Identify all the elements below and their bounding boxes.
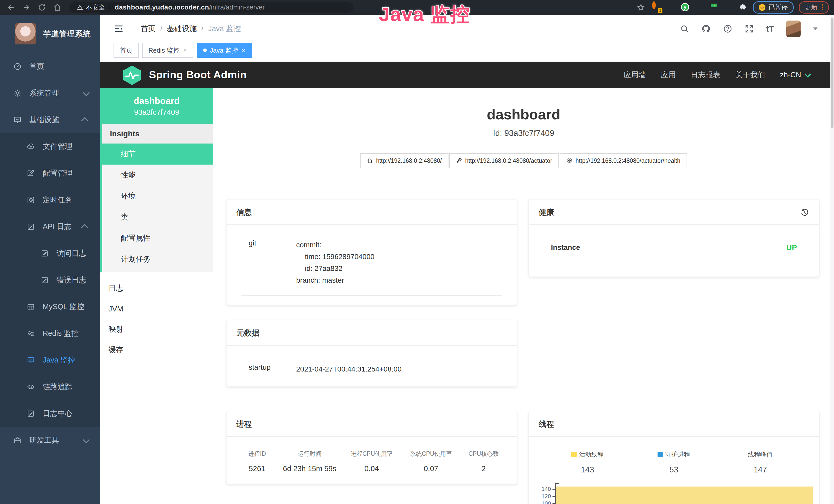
instance-header[interactable]: dashboard 93a3fc7f7409 [100, 88, 213, 124]
sidebar-item-dev-tools[interactable]: 研发工具 [0, 427, 100, 454]
git-commit-line: commit: [296, 239, 374, 251]
page-scrollbar[interactable] [830, 15, 834, 504]
extension-pin-icon[interactable] [666, 3, 675, 12]
browser-back-icon[interactable] [7, 3, 16, 12]
tab-close-icon[interactable] [183, 48, 187, 53]
address-bar[interactable]: 不安全 dashboard.yudao.iocoder.cn /infra/ad… [69, 2, 353, 13]
sidebar-item-file-management[interactable]: 文件管理 [0, 133, 100, 160]
log-icon [27, 410, 35, 418]
extension-puzzle-icon[interactable] [739, 3, 747, 12]
sba-nav-journal[interactable]: 日志报表 [691, 70, 721, 80]
health-history-icon[interactable] [800, 208, 809, 217]
sidebar-item-error-logs[interactable]: 错误日志 [0, 267, 100, 294]
sidebar-item-redis-monitor[interactable]: Redis 监控 [0, 320, 100, 347]
service-url-button[interactable]: http://192.168.0.2:48080/ [360, 153, 448, 168]
sba-title[interactable]: Spring Boot Admin [149, 69, 247, 81]
sidebar-item-label: MySQL 监控 [43, 302, 84, 312]
tab-java-monitor[interactable]: Java 监控 [197, 43, 252, 58]
sba-nav-wallboard[interactable]: 应用墙 [623, 70, 646, 80]
monitor-icon [27, 356, 35, 364]
collapse-menu-icon[interactable] [113, 24, 124, 34]
sba-nav-about[interactable]: 关于我们 [736, 70, 765, 80]
cpu-cores-value: 2 [461, 464, 507, 473]
instance-root-items: 日志 JVM 映射 缓存 [100, 272, 213, 360]
tab-home[interactable]: 首页 [113, 43, 139, 58]
breadcrumb-home[interactable]: 首页 [141, 24, 156, 34]
process-table: 进程ID 运行时间 进程CPU使用率 系统CPU使用率 CPU核心数 5261 … [226, 437, 517, 473]
instance-item-caches[interactable]: 缓存 [100, 340, 213, 360]
actuator-url-button[interactable]: http://192.168.0.2:48080/actuator [449, 153, 559, 168]
breadcrumb-infrastructure[interactable]: 基础设施 [167, 24, 197, 34]
tab-label: Java 监控 [210, 46, 238, 55]
info-value: commit: time: 1596289704000 id: 27aa832 … [296, 239, 374, 286]
security-label: 不安全 [86, 3, 105, 12]
github-icon[interactable] [701, 24, 711, 33]
browser-forward-icon[interactable] [22, 3, 31, 12]
breadcrumb-separator: / [160, 25, 162, 33]
insight-item-config-props[interactable]: 配置属性 [102, 228, 213, 249]
sidebar-item-config-management[interactable]: 配置管理 [0, 160, 100, 187]
paused-label: 已暂停 [768, 3, 788, 12]
bookmark-star-icon[interactable] [637, 3, 645, 12]
sidebar-item-api-logs[interactable]: API 日志 [0, 213, 100, 240]
y-tickmark [552, 496, 555, 497]
sidebar-item-label: 链路追踪 [43, 382, 72, 392]
health-url-button[interactable]: http://192.168.0.2:48080/actuator/health [560, 153, 687, 168]
help-icon[interactable] [723, 24, 732, 33]
live-threads-swatch [571, 452, 577, 457]
search-icon[interactable] [680, 24, 689, 33]
sidebar-item-system-management[interactable]: 系统管理 [0, 80, 100, 107]
update-button[interactable]: 更新 [799, 1, 829, 14]
tab-redis-monitor[interactable]: Redis 监控 [142, 43, 193, 58]
paused-badge[interactable]: ☺ 已暂停 [753, 1, 794, 14]
info-card-title: 信息 [236, 207, 252, 218]
instance-item-jvm[interactable]: JVM [100, 299, 213, 319]
process-uptime-value: 6d 23h 15m 59s [278, 464, 342, 473]
extension-leaf-icon[interactable] [724, 3, 733, 12]
sba-logo-icon[interactable] [123, 65, 141, 85]
address-divider [110, 4, 110, 10]
sba-nav-applications[interactable]: 应用 [661, 70, 676, 80]
sidebar-item-scheduled-jobs[interactable]: 定时任务 [0, 187, 100, 213]
sidebar-item-home[interactable]: 首页 [0, 53, 100, 80]
instance-id: 93a3fc7f7409 [134, 108, 179, 117]
fullscreen-icon[interactable] [745, 24, 754, 33]
user-menu-caret-icon[interactable] [813, 27, 817, 30]
instance-item-mappings[interactable]: 映射 [100, 319, 213, 340]
insight-item-scheduled-tasks[interactable]: 计划任务 [102, 249, 213, 270]
tab-close-icon[interactable] [241, 48, 246, 53]
scrollbar-thumb[interactable] [831, 18, 833, 128]
sidebar-item-label: 基础设施 [29, 115, 59, 125]
url-path: /infra/admin-server [209, 3, 265, 11]
app-logo-row[interactable]: 芋道管理系统 [0, 15, 100, 53]
sba-locale-select[interactable]: zh-CN [780, 71, 809, 79]
sidebar-item-log-center[interactable]: 日志中心 [0, 400, 100, 427]
y-tick-100: 100 [538, 500, 551, 504]
sidebar-item-java-monitor[interactable]: Java 监控 [0, 347, 100, 373]
insight-item-environment[interactable]: 环境 [102, 186, 213, 207]
app-logo-image [15, 23, 36, 44]
info-key: git [249, 239, 296, 286]
sidebar-item-tracing[interactable]: 链路追踪 [0, 373, 100, 400]
process-pid-value: 5261 [237, 464, 278, 473]
extension-grid-icon[interactable] [695, 3, 704, 12]
browser-home-icon[interactable] [53, 3, 62, 12]
extension-orange-ring-icon[interactable]: 1 [652, 3, 661, 12]
font-size-icon[interactable]: tT [766, 24, 774, 33]
metadata-value: 2021-04-27T00:44:31.254+08:00 [296, 363, 401, 375]
browser-reload-icon[interactable] [38, 3, 46, 12]
sidebar-item-label: 访问日志 [57, 248, 86, 258]
legend-label: 活动线程 [579, 450, 603, 459]
browser-menu-kebab-icon[interactable] [822, 4, 823, 10]
instance-item-logs[interactable]: 日志 [100, 278, 213, 299]
insight-item-classes[interactable]: 类 [102, 207, 213, 228]
extension-green-y-icon[interactable]: y [681, 3, 690, 12]
sidebar-item-mysql-monitor[interactable]: MySQL 监控 [0, 294, 100, 320]
threads-card-header: 线程 [529, 411, 819, 437]
insight-item-details[interactable]: 细节 [102, 143, 213, 165]
sidebar-item-infrastructure[interactable]: 基础设施 [0, 107, 100, 133]
insight-item-metrics[interactable]: 性能 [102, 165, 213, 186]
user-avatar[interactable] [786, 21, 800, 37]
extension-list-on-icon[interactable]: on [710, 3, 719, 12]
sidebar-item-access-logs[interactable]: 访问日志 [0, 240, 100, 267]
